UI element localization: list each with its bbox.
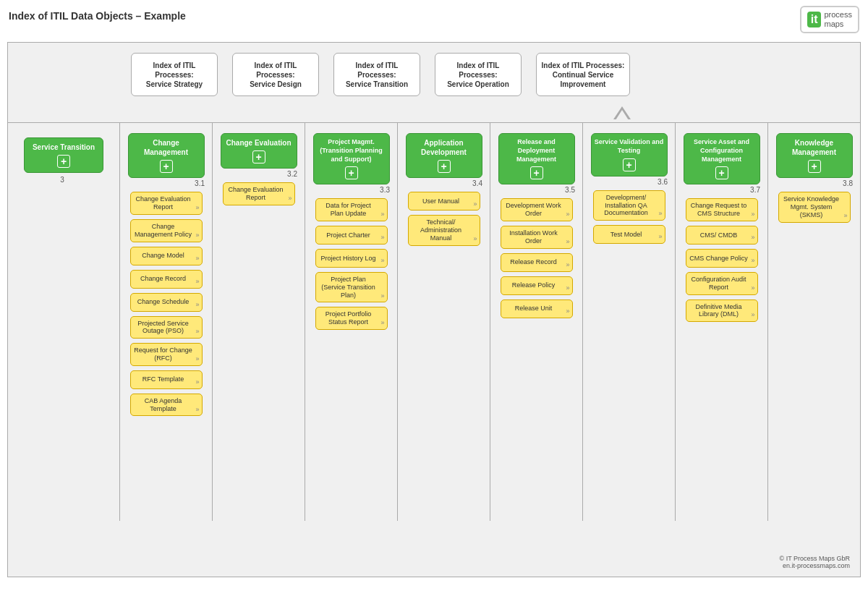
data-item[interactable]: Development Work Order» xyxy=(501,198,573,221)
sidebar-label: Service Transition xyxy=(33,143,95,152)
triangle-arrow xyxy=(384,103,860,122)
col-header-area-6: Service Validation and Testing + 3.6 xyxy=(587,133,671,185)
process-header-service-transition[interactable]: Index of ITIL Processes:Service Transiti… xyxy=(333,53,420,96)
col-number-5: 3.5 xyxy=(495,186,578,194)
col-number-8: 3.8 xyxy=(773,179,856,187)
arrow-icon: » xyxy=(288,195,292,203)
process-header-csi[interactable]: Index of ITIL Processes:Continual Servic… xyxy=(536,53,630,96)
data-item[interactable]: Change Request to CMS Structure» xyxy=(686,198,758,221)
validation-plus[interactable]: + xyxy=(623,158,636,171)
col-number-7: 3.7 xyxy=(680,186,763,194)
green-box-service-asset: Service Asset and Configuration Manageme… xyxy=(684,133,760,184)
arrow-icon: » xyxy=(195,255,199,263)
col-header-area-2: Change Evaluation + 3.2 xyxy=(217,133,300,178)
arrow-icon: » xyxy=(195,231,199,239)
sidebar-plus-button[interactable]: + xyxy=(57,155,70,168)
arrow-icon: » xyxy=(380,257,384,265)
arrow-icon: » xyxy=(380,292,384,300)
arrow-icon: » xyxy=(658,210,662,218)
green-box-app-dev: Application Development + xyxy=(406,133,482,178)
data-item[interactable]: CMS/ CMDB» xyxy=(686,226,758,245)
arrow-icon: » xyxy=(195,278,199,286)
green-box-release: Release and Deployment Management + xyxy=(498,133,575,184)
arrow-icon: » xyxy=(566,238,569,246)
page-header: Index of ITIL Data Objects – Example it … xyxy=(0,0,868,36)
data-item[interactable]: Project History Log» xyxy=(315,249,388,268)
data-item[interactable]: Change Model» xyxy=(130,247,203,265)
data-item[interactable]: User Manual» xyxy=(408,192,480,211)
data-item[interactable]: Request for Change (RFC)» xyxy=(130,343,203,366)
top-header-row: Index of ITIL Processes:Service Strategy… xyxy=(8,43,860,103)
col-header-area-1: Change Management + 3.1 xyxy=(124,133,208,187)
project-mgmt-plus[interactable]: + xyxy=(345,166,358,179)
arrow-icon: » xyxy=(751,211,754,218)
data-item[interactable]: Configuration Audit Report» xyxy=(686,272,758,295)
app-dev-plus[interactable]: + xyxy=(438,160,451,173)
green-box-knowledge: Knowledge Management + xyxy=(776,133,853,178)
process-header-service-operation[interactable]: Index of ITIL Processes:Service Operatio… xyxy=(435,53,522,96)
data-item[interactable]: Change Schedule» xyxy=(130,293,203,312)
process-columns: Change Management + 3.1 Change Evaluatio… xyxy=(120,123,860,521)
footer-line1: © IT Process Maps GbR xyxy=(780,555,851,562)
green-box-change-management: Change Management + xyxy=(128,133,205,178)
col-number-6: 3.6 xyxy=(587,178,671,186)
data-item[interactable]: Change Evaluation Report» xyxy=(223,182,295,205)
col-number-4: 3.4 xyxy=(402,179,485,187)
data-item[interactable]: Data for Project Plan Update» xyxy=(315,198,388,221)
data-item[interactable]: Development/ Installation QA Documentati… xyxy=(593,190,665,221)
data-item[interactable]: Service Knowledge Mgmt. System (SKMS)» xyxy=(778,192,851,222)
arrow-icon: » xyxy=(473,235,477,243)
left-sidebar: Service Transition + 3 xyxy=(8,123,120,521)
data-item[interactable]: Change Management Policy» xyxy=(130,219,203,242)
col-change-evaluation: Change Evaluation + 3.2 Change Evaluatio… xyxy=(213,123,305,521)
arrow-icon: » xyxy=(751,284,754,292)
data-item[interactable]: Project Plan (Service Transition Plan)» xyxy=(315,272,388,302)
col-app-dev: Application Development + 3.4 User Manua… xyxy=(398,123,490,521)
data-item[interactable]: Project Portfolio Status Report» xyxy=(315,307,388,330)
process-header-service-design[interactable]: Index of ITIL Processes:Service Design xyxy=(232,53,319,96)
data-item[interactable]: Release Record» xyxy=(501,253,573,272)
release-plus[interactable]: + xyxy=(530,166,543,179)
page-title: Index of ITIL Data Objects – Example xyxy=(9,10,186,22)
col-header-area-5: Release and Deployment Management + 3.5 xyxy=(495,133,578,194)
data-item[interactable]: CAB Agenda Template» xyxy=(130,394,203,417)
data-item[interactable]: CMS Change Policy» xyxy=(686,249,758,268)
arrow-icon: » xyxy=(195,406,199,414)
data-item[interactable]: Change Record» xyxy=(130,270,203,289)
content-row: Service Transition + 3 Change Management… xyxy=(8,123,860,521)
data-item[interactable]: Release Policy» xyxy=(501,276,573,295)
data-item[interactable]: Definitive Media Library (DML)» xyxy=(686,299,758,323)
sidebar-green-box: Service Transition + xyxy=(24,137,103,173)
process-header-service-strategy[interactable]: Index of ITIL Processes:Service Strategy xyxy=(131,53,218,96)
triangle-icon xyxy=(613,106,631,119)
data-item[interactable]: Test Model» xyxy=(593,225,665,244)
logo-it-text: it xyxy=(807,12,822,27)
data-item[interactable]: Technical/ Administration Manual» xyxy=(408,215,480,245)
data-item[interactable]: Projected Service Outage (PSO)» xyxy=(130,316,203,339)
col-project-mgmt: Project Magmt. (Transition Planning and … xyxy=(305,123,398,521)
arrow-icon: » xyxy=(380,211,384,218)
knowledge-plus[interactable]: + xyxy=(808,160,821,173)
green-box-change-evaluation: Change Evaluation + xyxy=(221,133,297,169)
data-item[interactable]: Installation Work Order» xyxy=(501,226,573,249)
data-item[interactable]: Change Evaluation Report» xyxy=(130,192,203,215)
arrow-icon: » xyxy=(751,234,754,242)
data-item[interactable]: RFC Template» xyxy=(130,370,203,389)
arrow-icon: » xyxy=(566,211,569,218)
data-item[interactable]: Release Unit» xyxy=(501,299,573,318)
arrow-icon: » xyxy=(195,355,199,363)
change-mgmt-plus[interactable]: + xyxy=(160,160,173,173)
asset-plus[interactable]: + xyxy=(715,166,728,179)
data-item[interactable]: Project Charter» xyxy=(315,226,388,245)
col-number-3: 3.3 xyxy=(310,186,393,194)
col-header-area-3: Project Magmt. (Transition Planning and … xyxy=(310,133,393,194)
col-release-deployment: Release and Deployment Management + 3.5 … xyxy=(490,123,583,521)
logo-text: process maps xyxy=(824,10,852,29)
arrow-icon: » xyxy=(751,311,754,319)
col-service-asset: Service Asset and Configuration Manageme… xyxy=(676,123,768,521)
col-header-area-7: Service Asset and Configuration Manageme… xyxy=(680,133,763,194)
change-eval-plus[interactable]: + xyxy=(252,150,265,163)
green-box-service-validation: Service Validation and Testing + xyxy=(591,133,668,176)
arrow-icon: » xyxy=(566,261,569,269)
arrow-icon: » xyxy=(195,328,199,336)
